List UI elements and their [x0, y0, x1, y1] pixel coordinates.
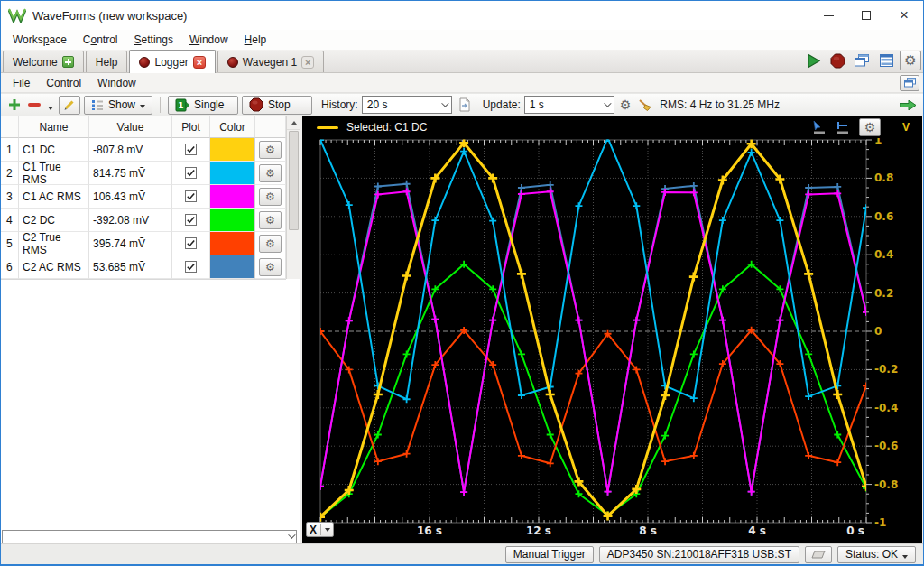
plot-checkbox-cell: [172, 162, 210, 185]
channel-settings-button[interactable]: ⚙: [259, 235, 282, 253]
gear-icon: ⚙: [265, 237, 275, 250]
plot-checkbox[interactable]: [185, 190, 197, 202]
clear-button[interactable]: [636, 96, 654, 115]
plot-checkbox[interactable]: [185, 214, 197, 226]
manual-trigger-button[interactable]: Manual Trigger: [505, 546, 594, 563]
stop-button[interactable]: [827, 51, 848, 70]
channel-value: 106.43 mṼ: [89, 185, 172, 209]
y-axis-tick-label: 1: [874, 138, 882, 146]
plot-checkbox[interactable]: [185, 237, 197, 249]
tile-windows-button[interactable]: [875, 51, 897, 70]
plus-icon: [62, 56, 74, 68]
single-label: Single: [194, 98, 224, 111]
tab-close-button[interactable]: ×: [193, 56, 206, 69]
tab-welcome[interactable]: Welcome: [3, 51, 84, 72]
stop-label: Stop: [268, 98, 291, 111]
tab-close-button[interactable]: ×: [301, 56, 314, 69]
tab-logger[interactable]: Logger×: [129, 50, 215, 73]
window-controls: ×: [809, 1, 923, 30]
channel-color-swatch[interactable]: [210, 162, 255, 185]
menu-settings[interactable]: Settings: [126, 31, 181, 49]
menu-control[interactable]: Control: [75, 31, 126, 49]
channel-color-swatch[interactable]: [210, 138, 255, 162]
plot-settings-button[interactable]: ⚙: [859, 118, 881, 136]
logger-menu-file[interactable]: File: [5, 74, 38, 92]
column-header-color: Color: [210, 116, 255, 138]
channel-color-swatch[interactable]: [210, 185, 255, 209]
tab-label: Logger: [154, 56, 188, 69]
channel-name: C2 AC RMS: [19, 255, 89, 279]
export-history-button[interactable]: [456, 96, 474, 115]
status-bar: Manual Trigger ADP3450 SN:210018AFF318 U…: [1, 543, 923, 564]
scroll-up-button[interactable]: [287, 116, 300, 130]
stop-button[interactable]: Stop: [242, 96, 312, 115]
remove-options-dropdown[interactable]: [46, 99, 55, 118]
stop-icon: [830, 53, 845, 69]
close-button[interactable]: ×: [885, 1, 923, 30]
logger-toolbar: Show 1 Single Stop History: 20 s: [1, 93, 923, 116]
logger-menu-window[interactable]: Window: [89, 74, 144, 92]
menu-window[interactable]: Window: [181, 31, 236, 49]
channels-table: NameValuePlotColor1C1 DC-807.8 mV⚙2C1 Tr…: [1, 116, 286, 280]
menu-help[interactable]: Help: [236, 31, 275, 49]
channel-settings-button[interactable]: ⚙: [259, 141, 282, 159]
run-icon: [806, 53, 821, 69]
y-axis-tick-label: 0.6: [874, 210, 893, 223]
channel-settings-button[interactable]: ⚙: [259, 188, 282, 206]
channel-name: C2 True RMS: [19, 232, 89, 255]
measure-tool-icon[interactable]: [836, 120, 850, 135]
channel-settings-button[interactable]: ⚙: [259, 258, 282, 276]
gear-icon: ⚙: [904, 54, 916, 67]
single-acquisition-icon: 1: [175, 98, 189, 112]
logger-chart: Selected: C1 DC ⚙ V 10.80.60.40.20-0.2-0: [302, 116, 922, 543]
plot-checkbox-cell: [172, 232, 210, 255]
next-view-button[interactable]: [898, 96, 918, 115]
tab-help[interactable]: Help: [86, 51, 128, 72]
single-button[interactable]: 1 Single: [168, 96, 238, 115]
plot-checkbox[interactable]: [185, 144, 197, 155]
table-scrollbar[interactable]: [286, 116, 300, 279]
channel-filter-combobox[interactable]: [2, 530, 297, 543]
instrument-icon: [227, 57, 238, 68]
row-number: 2: [1, 162, 19, 185]
plot-checkbox[interactable]: [185, 167, 197, 179]
minimize-icon: [824, 15, 834, 16]
minimize-button[interactable]: [809, 1, 847, 30]
chevron-down-icon: [48, 107, 53, 110]
scrollbar-thumb[interactable]: [289, 131, 299, 230]
channel-settings-cell: ⚙: [255, 209, 286, 232]
column-header-plot: Plot: [172, 116, 210, 138]
history-select[interactable]: 20 s: [362, 96, 452, 114]
y-axis-tick-label: 0.2: [874, 287, 893, 300]
channel-settings-button[interactable]: ⚙: [259, 164, 282, 182]
x-axis-button[interactable]: X: [306, 522, 334, 537]
channel-color-swatch[interactable]: [210, 255, 255, 279]
settings-gear-button[interactable]: ⚙: [900, 51, 921, 70]
tab-wavegen-1[interactable]: Wavegen 1×: [217, 51, 324, 72]
update-select[interactable]: 1 s: [524, 96, 614, 114]
cursor-tool-icon[interactable]: [812, 120, 827, 135]
channel-settings-button[interactable]: ⚙: [259, 211, 282, 229]
menu-workspace[interactable]: Workspace: [5, 31, 75, 49]
device-button[interactable]: ADP3450 SN:210018AFF318 USB:ST: [599, 546, 799, 563]
remove-channel-button[interactable]: [26, 96, 42, 115]
show-button[interactable]: Show: [84, 96, 152, 115]
channel-color-swatch[interactable]: [210, 232, 255, 255]
docking-windows-button[interactable]: [900, 75, 919, 91]
cascade-windows-button[interactable]: [851, 51, 873, 70]
cascade-windows-icon: [855, 54, 869, 67]
add-channel-button[interactable]: [6, 96, 23, 115]
status-button[interactable]: Status: OK: [837, 546, 916, 563]
run-button[interactable]: [802, 51, 824, 70]
update-settings-button[interactable]: ⚙: [618, 96, 633, 115]
plot-checkbox[interactable]: [185, 261, 197, 273]
close-icon: ×: [900, 11, 909, 20]
page-arrow-icon: [457, 97, 472, 112]
channel-color-swatch[interactable]: [210, 209, 255, 232]
gear-icon: ⚙: [265, 167, 275, 180]
plot-canvas[interactable]: 10.80.60.40.20-0.2-0.4-0.6-0.8-1: [302, 138, 922, 541]
logger-menu-control[interactable]: Control: [38, 74, 89, 92]
erase-device-button[interactable]: [805, 546, 832, 563]
edit-channel-button[interactable]: [59, 96, 80, 115]
maximize-button[interactable]: [847, 1, 885, 30]
